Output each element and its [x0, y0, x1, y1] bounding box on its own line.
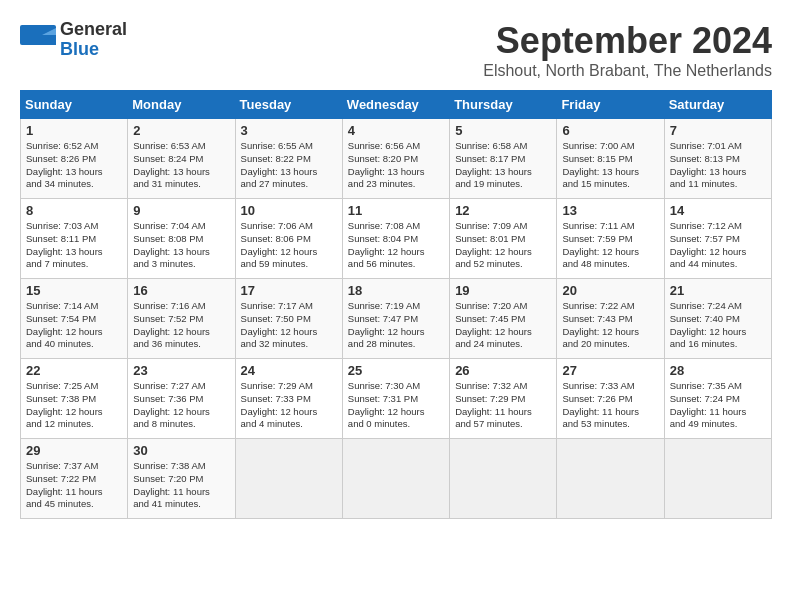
day-number: 1: [26, 123, 122, 138]
calendar-cell: 13Sunrise: 7:11 AMSunset: 7:59 PMDayligh…: [557, 199, 664, 279]
title-area: September 2024 Elshout, North Brabant, T…: [483, 20, 772, 80]
header-tuesday: Tuesday: [235, 91, 342, 119]
cell-details: Sunrise: 7:32 AMSunset: 7:29 PMDaylight:…: [455, 380, 551, 431]
calendar-week-4: 22Sunrise: 7:25 AMSunset: 7:38 PMDayligh…: [21, 359, 772, 439]
page-header: General Blue September 2024 Elshout, Nor…: [20, 20, 772, 80]
calendar-cell: 16Sunrise: 7:16 AMSunset: 7:52 PMDayligh…: [128, 279, 235, 359]
calendar-cell: 5Sunrise: 6:58 AMSunset: 8:17 PMDaylight…: [450, 119, 557, 199]
day-number: 25: [348, 363, 444, 378]
calendar-cell: 28Sunrise: 7:35 AMSunset: 7:24 PMDayligh…: [664, 359, 771, 439]
day-number: 9: [133, 203, 229, 218]
day-number: 20: [562, 283, 658, 298]
cell-details: Sunrise: 7:17 AMSunset: 7:50 PMDaylight:…: [241, 300, 337, 351]
cell-details: Sunrise: 7:19 AMSunset: 7:47 PMDaylight:…: [348, 300, 444, 351]
calendar-cell: 27Sunrise: 7:33 AMSunset: 7:26 PMDayligh…: [557, 359, 664, 439]
calendar-cell: 23Sunrise: 7:27 AMSunset: 7:36 PMDayligh…: [128, 359, 235, 439]
day-number: 12: [455, 203, 551, 218]
calendar-cell: [450, 439, 557, 519]
day-number: 8: [26, 203, 122, 218]
calendar-cell: 14Sunrise: 7:12 AMSunset: 7:57 PMDayligh…: [664, 199, 771, 279]
calendar-cell: 18Sunrise: 7:19 AMSunset: 7:47 PMDayligh…: [342, 279, 449, 359]
day-number: 15: [26, 283, 122, 298]
day-number: 2: [133, 123, 229, 138]
calendar-cell: 22Sunrise: 7:25 AMSunset: 7:38 PMDayligh…: [21, 359, 128, 439]
calendar-table: Sunday Monday Tuesday Wednesday Thursday…: [20, 90, 772, 519]
calendar-cell: 26Sunrise: 7:32 AMSunset: 7:29 PMDayligh…: [450, 359, 557, 439]
cell-details: Sunrise: 7:00 AMSunset: 8:15 PMDaylight:…: [562, 140, 658, 191]
calendar-cell: 1Sunrise: 6:52 AMSunset: 8:26 PMDaylight…: [21, 119, 128, 199]
calendar-cell: [664, 439, 771, 519]
calendar-cell: 6Sunrise: 7:00 AMSunset: 8:15 PMDaylight…: [557, 119, 664, 199]
header-wednesday: Wednesday: [342, 91, 449, 119]
cell-details: Sunrise: 7:01 AMSunset: 8:13 PMDaylight:…: [670, 140, 766, 191]
calendar-cell: 11Sunrise: 7:08 AMSunset: 8:04 PMDayligh…: [342, 199, 449, 279]
calendar-cell: [557, 439, 664, 519]
calendar-cell: 21Sunrise: 7:24 AMSunset: 7:40 PMDayligh…: [664, 279, 771, 359]
day-number: 18: [348, 283, 444, 298]
calendar-cell: 7Sunrise: 7:01 AMSunset: 8:13 PMDaylight…: [664, 119, 771, 199]
calendar-cell: 10Sunrise: 7:06 AMSunset: 8:06 PMDayligh…: [235, 199, 342, 279]
cell-details: Sunrise: 6:58 AMSunset: 8:17 PMDaylight:…: [455, 140, 551, 191]
cell-details: Sunrise: 7:09 AMSunset: 8:01 PMDaylight:…: [455, 220, 551, 271]
day-number: 26: [455, 363, 551, 378]
calendar-week-5: 29Sunrise: 7:37 AMSunset: 7:22 PMDayligh…: [21, 439, 772, 519]
calendar-cell: 12Sunrise: 7:09 AMSunset: 8:01 PMDayligh…: [450, 199, 557, 279]
logo-text-blue: Blue: [60, 40, 127, 60]
calendar-cell: 25Sunrise: 7:30 AMSunset: 7:31 PMDayligh…: [342, 359, 449, 439]
cell-details: Sunrise: 7:24 AMSunset: 7:40 PMDaylight:…: [670, 300, 766, 351]
calendar-cell: 8Sunrise: 7:03 AMSunset: 8:11 PMDaylight…: [21, 199, 128, 279]
calendar-cell: 3Sunrise: 6:55 AMSunset: 8:22 PMDaylight…: [235, 119, 342, 199]
day-number: 24: [241, 363, 337, 378]
day-number: 16: [133, 283, 229, 298]
cell-details: Sunrise: 6:55 AMSunset: 8:22 PMDaylight:…: [241, 140, 337, 191]
cell-details: Sunrise: 7:03 AMSunset: 8:11 PMDaylight:…: [26, 220, 122, 271]
cell-details: Sunrise: 6:53 AMSunset: 8:24 PMDaylight:…: [133, 140, 229, 191]
calendar-cell: [342, 439, 449, 519]
cell-details: Sunrise: 7:37 AMSunset: 7:22 PMDaylight:…: [26, 460, 122, 511]
day-number: 29: [26, 443, 122, 458]
cell-details: Sunrise: 7:30 AMSunset: 7:31 PMDaylight:…: [348, 380, 444, 431]
calendar-cell: 2Sunrise: 6:53 AMSunset: 8:24 PMDaylight…: [128, 119, 235, 199]
day-number: 11: [348, 203, 444, 218]
day-number: 22: [26, 363, 122, 378]
day-number: 4: [348, 123, 444, 138]
cell-details: Sunrise: 7:14 AMSunset: 7:54 PMDaylight:…: [26, 300, 122, 351]
header-thursday: Thursday: [450, 91, 557, 119]
cell-details: Sunrise: 6:56 AMSunset: 8:20 PMDaylight:…: [348, 140, 444, 191]
calendar-week-1: 1Sunrise: 6:52 AMSunset: 8:26 PMDaylight…: [21, 119, 772, 199]
day-number: 14: [670, 203, 766, 218]
header-saturday: Saturday: [664, 91, 771, 119]
calendar-cell: 30Sunrise: 7:38 AMSunset: 7:20 PMDayligh…: [128, 439, 235, 519]
month-title: September 2024: [483, 20, 772, 62]
day-number: 10: [241, 203, 337, 218]
cell-details: Sunrise: 7:33 AMSunset: 7:26 PMDaylight:…: [562, 380, 658, 431]
cell-details: Sunrise: 7:04 AMSunset: 8:08 PMDaylight:…: [133, 220, 229, 271]
day-number: 27: [562, 363, 658, 378]
header-monday: Monday: [128, 91, 235, 119]
day-number: 19: [455, 283, 551, 298]
calendar-cell: 17Sunrise: 7:17 AMSunset: 7:50 PMDayligh…: [235, 279, 342, 359]
logo: General Blue: [20, 20, 127, 60]
cell-details: Sunrise: 7:12 AMSunset: 7:57 PMDaylight:…: [670, 220, 766, 271]
day-number: 6: [562, 123, 658, 138]
cell-details: Sunrise: 7:38 AMSunset: 7:20 PMDaylight:…: [133, 460, 229, 511]
logo-icon: [20, 25, 56, 55]
day-number: 17: [241, 283, 337, 298]
calendar-cell: 29Sunrise: 7:37 AMSunset: 7:22 PMDayligh…: [21, 439, 128, 519]
day-number: 30: [133, 443, 229, 458]
header-sunday: Sunday: [21, 91, 128, 119]
calendar-cell: 19Sunrise: 7:20 AMSunset: 7:45 PMDayligh…: [450, 279, 557, 359]
day-number: 21: [670, 283, 766, 298]
cell-details: Sunrise: 7:20 AMSunset: 7:45 PMDaylight:…: [455, 300, 551, 351]
day-number: 7: [670, 123, 766, 138]
day-number: 3: [241, 123, 337, 138]
cell-details: Sunrise: 7:06 AMSunset: 8:06 PMDaylight:…: [241, 220, 337, 271]
calendar-week-3: 15Sunrise: 7:14 AMSunset: 7:54 PMDayligh…: [21, 279, 772, 359]
calendar-cell: 15Sunrise: 7:14 AMSunset: 7:54 PMDayligh…: [21, 279, 128, 359]
day-number: 13: [562, 203, 658, 218]
cell-details: Sunrise: 7:16 AMSunset: 7:52 PMDaylight:…: [133, 300, 229, 351]
cell-details: Sunrise: 7:35 AMSunset: 7:24 PMDaylight:…: [670, 380, 766, 431]
cell-details: Sunrise: 7:27 AMSunset: 7:36 PMDaylight:…: [133, 380, 229, 431]
cell-details: Sunrise: 7:11 AMSunset: 7:59 PMDaylight:…: [562, 220, 658, 271]
calendar-week-2: 8Sunrise: 7:03 AMSunset: 8:11 PMDaylight…: [21, 199, 772, 279]
